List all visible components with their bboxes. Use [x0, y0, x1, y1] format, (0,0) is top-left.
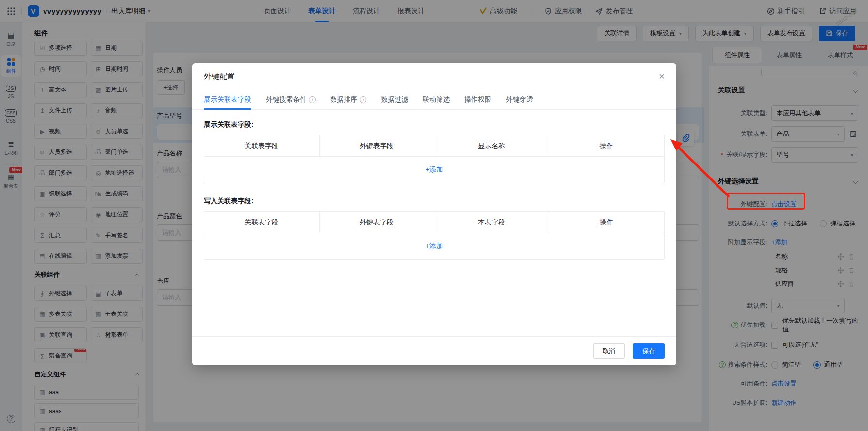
table-column-header: 本表字段 [434, 212, 549, 233]
modal-tab[interactable]: 外键搜索条件 i [266, 89, 316, 109]
table-column-header: 操作 [549, 212, 665, 233]
table-column-header: 操作 [549, 135, 665, 156]
write-fields-label: 写入关联表字段: [204, 197, 665, 206]
table-header-row: 关联表字段 外键表字段 本表字段 操作 [204, 212, 664, 233]
close-icon[interactable]: × [659, 72, 665, 81]
modal-tab[interactable]: 联动筛选 [423, 89, 450, 109]
table-column-header: 关联表字段 [204, 212, 320, 233]
add-write-field-link[interactable]: +添加 [204, 233, 664, 259]
modal-tab[interactable]: 展示关联表字段 [204, 89, 251, 109]
info-icon[interactable]: i [309, 96, 316, 103]
display-fields-table: 关联表字段 外键表字段 显示名称 操作 +添加 [204, 135, 665, 183]
modal-title: 外键配置 [204, 72, 235, 82]
display-fields-label: 展示关联表字段: [204, 120, 665, 129]
table-column-header: 显示名称 [434, 135, 549, 156]
add-display-field-link[interactable]: +添加 [204, 157, 664, 183]
fk-config-modal: 外键配置 × 展示关联表字段 外键搜索条件 i 数据排序 i 数据过滤 [192, 63, 676, 365]
modal-tabs: 展示关联表字段 外键搜索条件 i 数据排序 i 数据过滤 联动筛选 [192, 89, 676, 110]
table-column-header: 关联表字段 [204, 135, 320, 156]
modal-tab[interactable]: 外键穿透 [506, 89, 533, 109]
table-column-header: 外键表字段 [320, 212, 435, 233]
modal-tab[interactable]: 数据过滤 [381, 89, 408, 109]
modal-tab[interactable]: 操作权限 [464, 89, 491, 109]
cancel-button[interactable]: 取消 [593, 343, 625, 359]
modal-tab[interactable]: 数据排序 i [330, 89, 366, 109]
modal-save-button[interactable]: 保存 [633, 343, 665, 359]
info-icon[interactable]: i [360, 96, 366, 103]
table-header-row: 关联表字段 外键表字段 显示名称 操作 [204, 135, 664, 157]
table-column-header: 外键表字段 [320, 135, 435, 156]
write-fields-table: 关联表字段 外键表字段 本表字段 操作 +添加 [204, 211, 665, 260]
